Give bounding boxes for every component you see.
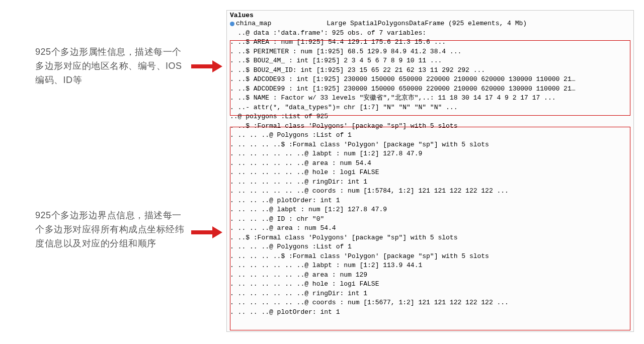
code-line: . .. .. ..@ Polygons :List of 1 [230, 131, 631, 140]
svg-rect-0 [191, 64, 212, 68]
expand-icon[interactable] [230, 22, 234, 26]
arrow-icon [191, 226, 222, 238]
annotation-text-2: 925个多边形边界点信息，描述每一个多边形对应得所有构成点坐标经纬度信息以及对应… [35, 209, 186, 251]
code-line: . .. .. ..@ Polygons :List of 1 [230, 242, 631, 252]
code-line: . ..$ BOU2_4M_ : int [1:925] 2 3 4 5 6 7… [230, 56, 631, 66]
code-line: . .. .. ..@ plotOrder: int 1 [230, 196, 631, 206]
code-line: . ..$ ADCODE99 : int [1:925] 230000 1500… [230, 84, 631, 94]
object-description: Large SpatialPolygonsDataFrame (925 elem… [271, 19, 527, 29]
code-line: . .. .. .. .. .. ..@ area : num 54.4 [230, 159, 631, 168]
code-line: . .. .. .. .. .. ..@ coords : num [1:578… [230, 187, 631, 196]
object-row[interactable]: china_mapLarge SpatialPolygonsDataFrame … [230, 19, 631, 29]
code-line: . .. .. ..@ area : num 54.4 [230, 224, 631, 233]
panel-section-header: Values [227, 11, 633, 19]
code-line: . .. .. .. .. .. ..@ coords : num [1:567… [230, 298, 631, 308]
svg-marker-3 [212, 226, 222, 238]
code-line: ..@ polygons :List of 925 [230, 112, 631, 122]
object-name: china_map [236, 19, 271, 29]
code-line: . ..$ :Formal class 'Polygons' [package … [230, 122, 631, 131]
panel-body: china_mapLarge SpatialPolygonsDataFrame … [227, 19, 633, 318]
code-line: . ..$ AREA : num [1:925] 54.4 129.1 175.… [230, 38, 631, 47]
svg-rect-2 [191, 230, 212, 234]
code-line: . .. .. .. .. .. ..@ labpt : num [1:2] 1… [230, 149, 631, 159]
annotation-text-1: 925个多边形属性信息，描述每一个多边形对应的地区名称、编号、IOS编码、ID等 [35, 45, 186, 88]
code-line: . ..$ NAME : Factor w/ 33 levels "安徽省","… [230, 94, 631, 103]
code-line: . ..$ BOU2_4M_ID: int [1:925] 23 15 65 2… [230, 66, 631, 75]
code-line: . .. .. ..@ labpt : num [1:2] 127.8 47.9 [230, 205, 631, 215]
code-line: . ..$ PERIMETER : num [1:925] 68.5 129.9… [230, 47, 631, 57]
code-line: ..@ data :'data.frame': 925 obs. of 7 va… [230, 29, 631, 38]
code-line: . ..$ :Formal class 'Polygons' [package … [230, 233, 631, 243]
code-line: . .. .. .. .. .. ..@ ringDir: int 1 [230, 178, 631, 187]
code-line: . .. .. ..@ ID : chr "0" [230, 215, 631, 224]
code-line: . .. .. .. ..$ :Formal class 'Polygon' [… [230, 140, 631, 150]
code-line: . .. .. ..@ plotOrder: int 1 [230, 308, 631, 317]
annotation-panel: 925个多边形属性信息，描述每一个多边形对应的地区名称、编号、IOS编码、ID等… [10, 10, 221, 332]
code-line: . ..- attr(*, "data_types")= chr [1:7] "… [230, 103, 631, 113]
code-line: . .. .. .. .. .. ..@ hole : logi FALSE [230, 280, 631, 289]
arrow-icon [191, 60, 222, 72]
rstudio-environment-panel: Values china_mapLarge SpatialPolygonsDat… [226, 10, 634, 332]
svg-marker-1 [212, 60, 222, 72]
code-line: . .. .. .. ..$ :Formal class 'Polygon' [… [230, 252, 631, 262]
code-line: . ..$ ADCODE93 : int [1:925] 230000 1500… [230, 75, 631, 84]
code-line: . .. .. .. .. .. ..@ labpt : num [1:2] 1… [230, 261, 631, 271]
code-line: . .. .. .. .. .. ..@ hole : logi FALSE [230, 168, 631, 178]
code-line: . .. .. .. .. .. ..@ area : num 129 [230, 271, 631, 280]
code-line: . .. .. .. .. .. ..@ ringDir: int 1 [230, 289, 631, 299]
